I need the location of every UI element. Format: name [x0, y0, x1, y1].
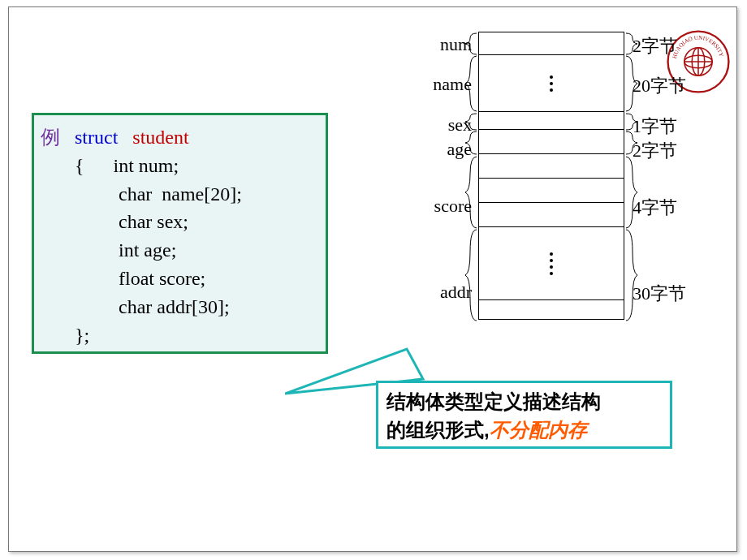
field-size-addr: 30字节	[633, 282, 706, 306]
field-label-name: name	[415, 74, 472, 95]
brace-right-icon	[623, 228, 639, 322]
note-line-2: 的组织形式,不分配内存	[386, 416, 662, 445]
memory-layout-table	[478, 32, 624, 320]
example-label: 例	[41, 127, 60, 148]
struct-name: student	[132, 127, 188, 148]
mem-row-sex	[479, 112, 624, 130]
slide-frame: HUAQIAO UNIVERSITY 例 struct student { in…	[8, 6, 737, 552]
field-label-num: num	[415, 34, 472, 55]
field-size-name: 20字节	[633, 74, 706, 98]
ellipsis-icon	[550, 252, 553, 275]
mem-row-addr	[479, 227, 624, 300]
mem-row-addr-pad	[479, 300, 624, 320]
struct-keyword: struct	[75, 127, 118, 148]
brace-left-icon	[464, 228, 480, 322]
code-line-header: 例 struct student	[41, 123, 319, 152]
field-label-age: age	[415, 139, 472, 160]
mem-row-num	[479, 32, 624, 55]
brace-left-icon	[464, 155, 480, 230]
field-size-sex: 1字节	[633, 114, 706, 139]
field-label-score: score	[415, 196, 472, 217]
field-size-score: 4字节	[633, 196, 706, 220]
mem-row-score-pad	[479, 203, 624, 227]
ellipsis-icon	[550, 75, 553, 92]
mem-row-score-top	[479, 154, 624, 179]
code-line: char sex;	[41, 208, 319, 236]
mem-row-name	[479, 55, 624, 112]
code-example-box: 例 struct student { int num; char name[20…	[32, 113, 328, 354]
code-line-close: };	[41, 321, 319, 350]
code-line: int age;	[41, 236, 319, 265]
note-line-1: 结构体类型定义描述结构	[386, 388, 662, 416]
field-size-num: 2字节	[633, 34, 706, 58]
field-label-addr: addr	[415, 282, 472, 303]
code-line-open: { int num;	[41, 152, 319, 180]
note-callout-box: 结构体类型定义描述结构 的组织形式,不分配内存	[376, 381, 672, 449]
field-label-sex: sex	[415, 114, 472, 136]
code-line: float score;	[41, 265, 319, 293]
code-line: char name[20];	[41, 180, 319, 209]
mem-row-score-bot	[479, 179, 624, 203]
code-line: char addr[30];	[41, 293, 319, 321]
mem-row-age	[479, 130, 624, 154]
note-highlight: 不分配内存	[490, 419, 587, 441]
field-size-age: 2字节	[633, 139, 706, 163]
